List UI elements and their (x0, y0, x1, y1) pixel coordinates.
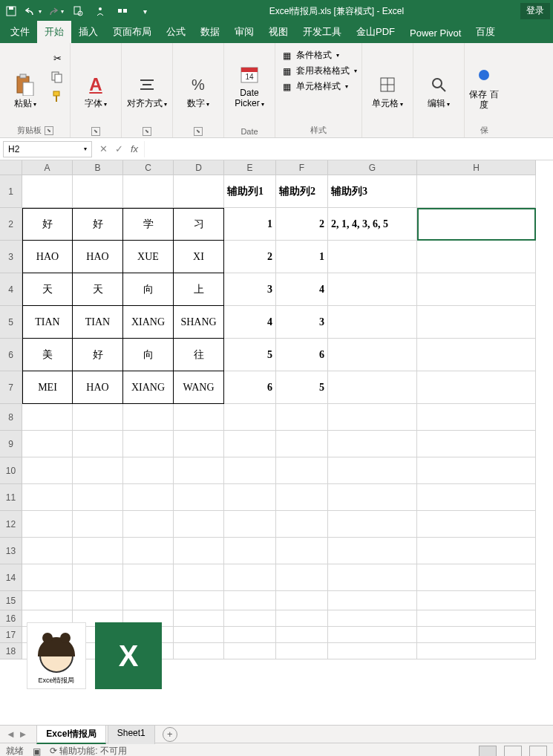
font-button[interactable]: A字体▾ (75, 46, 117, 111)
row-head-11[interactable]: 11 (0, 484, 22, 511)
cell-B5[interactable]: TIAN (73, 306, 123, 339)
cell-A13[interactable] (22, 538, 73, 564)
cell-D8[interactable] (174, 404, 224, 431)
normal-view-button[interactable] (479, 746, 497, 757)
row-head-1[interactable]: 1 (0, 175, 22, 208)
cell-A15[interactable] (22, 591, 73, 610)
cell-C6[interactable]: 向 (123, 339, 174, 371)
cell-F13[interactable] (276, 538, 328, 564)
cell-D14[interactable] (174, 564, 224, 591)
cell-E15[interactable] (224, 591, 276, 610)
cell-F8[interactable] (276, 404, 328, 431)
cell-B15[interactable] (73, 591, 123, 610)
row-head-13[interactable]: 13 (0, 538, 22, 564)
col-head-F[interactable]: F (276, 160, 328, 175)
cell-B2[interactable]: 好 (73, 208, 123, 241)
cell-C1[interactable] (123, 175, 174, 208)
cell-styles-button[interactable]: ▦单元格样式▾ (280, 80, 357, 93)
cell-H10[interactable] (417, 457, 536, 484)
align-dialog-launcher[interactable]: ⬊ (143, 127, 151, 136)
cell-A12[interactable] (22, 511, 73, 538)
row-head-15[interactable]: 15 (0, 591, 22, 610)
cell-E6[interactable]: 5 (224, 339, 276, 371)
cell-G18[interactable] (328, 643, 417, 659)
cell-E8[interactable] (224, 404, 276, 431)
col-head-A[interactable]: A (22, 160, 73, 175)
cell-E14[interactable] (224, 564, 276, 591)
conditional-format-button[interactable]: ▦条件格式▾ (280, 49, 357, 62)
cell-E2[interactable]: 1 (224, 208, 276, 241)
cell-G3[interactable] (328, 241, 417, 273)
cell-F9[interactable] (276, 431, 328, 457)
cell-F14[interactable] (276, 564, 328, 591)
cell-D13[interactable] (174, 538, 224, 564)
cell-C11[interactable] (123, 484, 174, 511)
col-head-G[interactable]: G (328, 160, 417, 175)
tab-数据[interactable]: 数据 (193, 21, 227, 43)
row-head-8[interactable]: 8 (0, 404, 22, 431)
cell-C9[interactable] (123, 431, 174, 457)
cell-G7[interactable] (328, 371, 417, 404)
cell-B8[interactable] (73, 404, 123, 431)
save-icon[interactable] (3, 3, 19, 19)
macro-record-icon[interactable]: ▣ (33, 746, 41, 757)
tab-视图[interactable]: 视图 (261, 21, 295, 43)
cell-G9[interactable] (328, 431, 417, 457)
cell-A8[interactable] (22, 404, 73, 431)
paste-button[interactable]: 粘贴▾ (4, 46, 46, 111)
cell-B14[interactable] (73, 564, 123, 591)
login-button[interactable]: 登录 (520, 3, 550, 19)
cell-F5[interactable]: 3 (276, 306, 328, 339)
number-button[interactable]: %数字▾ (177, 46, 219, 111)
cell-F6[interactable]: 6 (276, 339, 328, 371)
date-picker-button[interactable]: 14Date Picker▾ (229, 46, 270, 111)
cell-G5[interactable] (328, 306, 417, 339)
cell-C15[interactable] (123, 591, 174, 610)
cell-G2[interactable]: 2, 1, 4, 3, 6, 5 (328, 208, 417, 241)
page-break-view-button[interactable] (529, 746, 547, 757)
cell-E17[interactable] (224, 627, 276, 643)
cell-G17[interactable] (328, 627, 417, 643)
tab-Power Pivot[interactable]: Power Pivot (402, 23, 468, 43)
edit-button[interactable]: 编辑▾ (418, 46, 459, 111)
tab-文件[interactable]: 文件 (3, 21, 37, 43)
cell-G1[interactable]: 辅助列3 (328, 175, 417, 208)
cell-B11[interactable] (73, 484, 123, 511)
font-dialog-launcher[interactable]: ⬊ (91, 127, 100, 136)
cell-E4[interactable]: 3 (224, 273, 276, 306)
formula-input[interactable] (144, 141, 553, 157)
cell-E3[interactable]: 2 (224, 241, 276, 273)
col-head-D[interactable]: D (174, 160, 224, 175)
row-head-18[interactable]: 18 (0, 643, 22, 659)
add-sheet-button[interactable]: + (163, 727, 177, 742)
cell-F2[interactable]: 2 (276, 208, 328, 241)
cell-G15[interactable] (328, 591, 417, 610)
cell-H7[interactable] (417, 371, 536, 404)
number-dialog-launcher[interactable]: ⬊ (194, 127, 203, 136)
cell-H3[interactable] (417, 241, 536, 273)
cell-G14[interactable] (328, 564, 417, 591)
cell-D4[interactable]: 上 (174, 273, 224, 306)
tab-审阅[interactable]: 审阅 (227, 21, 261, 43)
row-head-12[interactable]: 12 (0, 511, 22, 538)
sheet-nav-arrows[interactable]: ◄ ► (6, 729, 35, 740)
touch-mode-icon[interactable] (92, 3, 108, 19)
cell-C12[interactable] (123, 511, 174, 538)
cell-D10[interactable] (174, 457, 224, 484)
cell-F17[interactable] (276, 627, 328, 643)
cell-B12[interactable] (73, 511, 123, 538)
cell-G10[interactable] (328, 457, 417, 484)
cell-C4[interactable]: 向 (123, 273, 174, 306)
cell-F16[interactable] (276, 610, 328, 627)
cell-B6[interactable]: 好 (73, 339, 123, 371)
page-layout-view-button[interactable] (504, 746, 522, 757)
tab-公式[interactable]: 公式 (159, 21, 193, 43)
cell-H13[interactable] (417, 538, 536, 564)
cell-F18[interactable] (276, 643, 328, 659)
sheet-tab-Sheet1[interactable]: Sheet1 (108, 725, 155, 744)
cell-F11[interactable] (276, 484, 328, 511)
baidu-save-button[interactable]: 保存 百度 (469, 46, 499, 111)
cell-A7[interactable]: MEI (22, 371, 73, 404)
cell-G16[interactable] (328, 610, 417, 627)
cell-B9[interactable] (73, 431, 123, 457)
